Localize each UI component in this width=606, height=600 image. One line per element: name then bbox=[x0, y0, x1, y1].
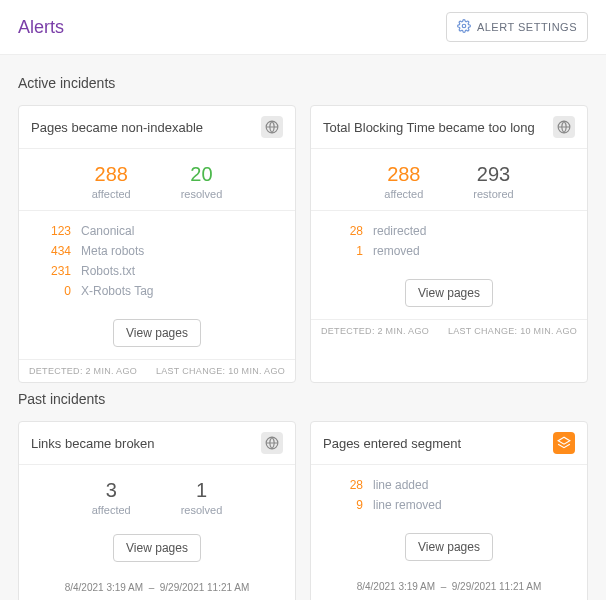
line-num: 28 bbox=[323, 224, 363, 238]
detail-line: 231Robots.txt bbox=[31, 261, 283, 281]
line-label: line removed bbox=[373, 498, 442, 512]
detail-line: 9line removed bbox=[323, 495, 575, 515]
section-active-title: Active incidents bbox=[18, 75, 588, 91]
card-broken-links: Links became broken 3 affected 1 resolve… bbox=[18, 421, 296, 600]
view-pages-button[interactable]: View pages bbox=[405, 533, 493, 561]
last-change-meta: LAST CHANGE: 10 MIN. AGO bbox=[156, 366, 285, 376]
alert-settings-label: ALERT SETTINGS bbox=[477, 21, 577, 33]
line-label: Meta robots bbox=[81, 244, 144, 258]
stat-restored: 293 restored bbox=[473, 163, 513, 200]
line-label: X-Robots Tag bbox=[81, 284, 154, 298]
last-change-meta: LAST CHANGE: 10 MIN. AGO bbox=[448, 326, 577, 336]
stat-affected-label: affected bbox=[92, 504, 131, 516]
svg-marker-4 bbox=[558, 437, 570, 444]
segment-icon bbox=[553, 432, 575, 454]
globe-icon bbox=[553, 116, 575, 138]
globe-icon bbox=[261, 432, 283, 454]
view-pages-button[interactable]: View pages bbox=[113, 534, 201, 562]
view-pages-button[interactable]: View pages bbox=[405, 279, 493, 307]
detail-line: 28redirected bbox=[323, 221, 575, 241]
card-segment: Pages entered segment 28line added 9line… bbox=[310, 421, 588, 600]
date-from: 8/4/2021 3:19 AM bbox=[357, 581, 435, 592]
line-num: 0 bbox=[31, 284, 71, 298]
line-num: 434 bbox=[31, 244, 71, 258]
card-title: Pages became non-indexable bbox=[31, 120, 203, 135]
stat-restored-num: 293 bbox=[473, 163, 513, 186]
stat-affected-num: 288 bbox=[384, 163, 423, 186]
stat-restored-label: restored bbox=[473, 188, 513, 200]
gear-icon bbox=[457, 19, 471, 35]
alert-settings-button[interactable]: ALERT SETTINGS bbox=[446, 12, 588, 42]
card-title: Total Blocking Time became too long bbox=[323, 120, 535, 135]
globe-icon bbox=[261, 116, 283, 138]
detail-line: 1removed bbox=[323, 241, 575, 261]
line-label: Canonical bbox=[81, 224, 134, 238]
card-nonindexable: Pages became non-indexable 288 affected … bbox=[18, 105, 296, 383]
detected-meta: DETECTED: 2 MIN. AGO bbox=[29, 366, 137, 376]
date-range: 8/4/2021 3:19 AM – 9/29/2021 11:21 AM bbox=[311, 573, 587, 600]
stat-affected-label: affected bbox=[384, 188, 423, 200]
line-label: Robots.txt bbox=[81, 264, 135, 278]
stat-resolved-label: resolved bbox=[181, 504, 223, 516]
date-to: 9/29/2021 11:21 AM bbox=[452, 581, 542, 592]
detail-line: 0X-Robots Tag bbox=[31, 281, 283, 301]
stat-affected-num: 288 bbox=[92, 163, 131, 186]
detail-line: 28line added bbox=[323, 475, 575, 495]
line-num: 231 bbox=[31, 264, 71, 278]
line-label: redirected bbox=[373, 224, 426, 238]
stat-affected: 288 affected bbox=[92, 163, 131, 200]
detected-meta: DETECTED: 2 MIN. AGO bbox=[321, 326, 429, 336]
detail-line: 434Meta robots bbox=[31, 241, 283, 261]
stat-affected: 3 affected bbox=[92, 479, 131, 516]
svg-point-0 bbox=[462, 24, 466, 28]
stat-resolved: 20 resolved bbox=[181, 163, 223, 200]
card-tbt: Total Blocking Time became too long 288 … bbox=[310, 105, 588, 383]
stat-affected-num: 3 bbox=[92, 479, 131, 502]
stat-affected-label: affected bbox=[92, 188, 131, 200]
page-title: Alerts bbox=[18, 17, 64, 38]
section-past-title: Past incidents bbox=[18, 391, 588, 407]
stat-resolved: 1 resolved bbox=[181, 479, 223, 516]
date-to: 9/29/2021 11:21 AM bbox=[160, 582, 250, 593]
line-num: 9 bbox=[323, 498, 363, 512]
card-title: Links became broken bbox=[31, 436, 155, 451]
line-num: 123 bbox=[31, 224, 71, 238]
detail-line: 123Canonical bbox=[31, 221, 283, 241]
stat-resolved-num: 20 bbox=[181, 163, 223, 186]
date-range: 8/4/2021 3:19 AM – 9/29/2021 11:21 AM bbox=[19, 574, 295, 600]
line-label: line added bbox=[373, 478, 428, 492]
line-num: 28 bbox=[323, 478, 363, 492]
line-label: removed bbox=[373, 244, 420, 258]
stat-affected: 288 affected bbox=[384, 163, 423, 200]
view-pages-button[interactable]: View pages bbox=[113, 319, 201, 347]
line-num: 1 bbox=[323, 244, 363, 258]
stat-resolved-num: 1 bbox=[181, 479, 223, 502]
date-from: 8/4/2021 3:19 AM bbox=[65, 582, 143, 593]
card-title: Pages entered segment bbox=[323, 436, 461, 451]
stat-resolved-label: resolved bbox=[181, 188, 223, 200]
